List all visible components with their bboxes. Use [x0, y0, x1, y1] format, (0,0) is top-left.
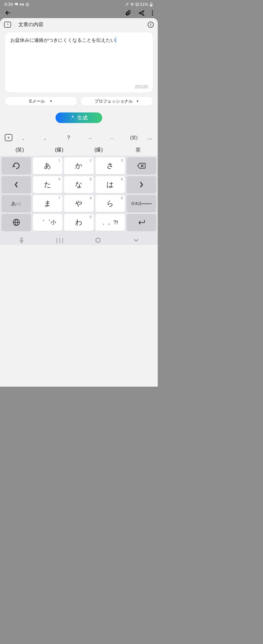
kana-key[interactable]: ま7 [33, 195, 63, 212]
enter-key[interactable] [127, 214, 156, 231]
svg-rect-10 [150, 5, 152, 6]
undo-key[interactable] [2, 157, 31, 174]
block-icon [135, 3, 139, 7]
kana-key[interactable]: あ1 [33, 157, 63, 174]
punct-key[interactable]: ... [79, 135, 101, 140]
battery-icon [149, 3, 153, 7]
more-icon[interactable] [152, 10, 153, 17]
status-bar: 6:39 51% [0, 0, 158, 9]
keyboard-mode-icon[interactable]: ⠿ [4, 22, 11, 28]
svg-point-11 [152, 11, 153, 12]
type-dropdown[interactable]: Eメール ▼ [5, 96, 77, 106]
tone-dropdown[interactable]: プロフェッショナル ▼ [80, 96, 153, 106]
globe-key[interactable] [2, 214, 31, 231]
divider [15, 22, 15, 27]
face-icon [25, 3, 29, 7]
nav-bar: | | | [0, 235, 158, 245]
svg-line-7 [136, 4, 138, 6]
home-button[interactable] [79, 237, 117, 243]
wifi-icon [130, 3, 134, 7]
page-title: 文章の内容 [18, 21, 144, 28]
svg-rect-9 [151, 3, 151, 3]
vibrate-icon [125, 3, 129, 7]
punct-key[interactable]: (笑) [123, 135, 145, 141]
punct-key[interactable]: 。 [36, 134, 58, 141]
status-time: 6:39 [5, 2, 13, 7]
left-key[interactable] [2, 176, 31, 193]
punct-key[interactable]: … [145, 134, 155, 141]
attach-icon[interactable] [125, 10, 131, 17]
app-bar [0, 9, 158, 18]
sparkle-icon [70, 115, 75, 121]
punct-key[interactable]: ... [101, 135, 123, 140]
input-textarea[interactable]: お盆休みに連絡がつきにくくなることを伝えたい 22/125 [5, 32, 153, 93]
candidate[interactable]: 笑 [118, 146, 158, 153]
candidate-row: (笑) (爆) (爆) 笑 [0, 144, 158, 156]
lang-key[interactable]: 日本語 [127, 195, 156, 212]
back-button[interactable] [5, 10, 11, 18]
dakuten-key[interactable]: ゛゜小 [33, 214, 63, 231]
char-count: 22/125 [135, 85, 148, 90]
svg-point-3 [27, 4, 27, 4]
backspace-key[interactable] [127, 157, 156, 174]
mic-icon[interactable] [3, 237, 41, 243]
compose-overlay: ⠿ 文章の内容 ! お盆休みに連絡がつきにくくなることを伝えたい 22/125 … [0, 18, 158, 387]
kana-key[interactable]: や8 [64, 195, 94, 212]
right-key[interactable] [127, 176, 156, 193]
punct-key[interactable]: 、。?! [95, 214, 125, 231]
hide-keyboard-button[interactable] [3, 134, 14, 141]
kana-key[interactable]: な5 [64, 176, 94, 193]
kana-key[interactable]: さ3 [95, 157, 125, 174]
tone-label: プロフェッショナル [94, 98, 133, 104]
chevron-down-icon: ▼ [136, 99, 139, 103]
punct-key[interactable]: 、 [14, 134, 36, 141]
recents-button[interactable]: | | | [41, 237, 79, 244]
svg-point-1 [16, 4, 16, 5]
generate-button[interactable]: 生成 [56, 112, 102, 123]
text-cursor [116, 37, 116, 43]
candidate[interactable]: (爆) [79, 146, 118, 153]
input-text-content: お盆休みに連絡がつきにくくなることを伝えたい [10, 37, 115, 43]
keyboard-main: あ1 か2 さ3 た4 な5 は6 あa1 ま7 や8 ら9 日本語 [0, 156, 158, 235]
kana-key[interactable]: か2 [64, 157, 94, 174]
punct-key[interactable]: ？ [58, 134, 79, 141]
back-nav-button[interactable] [117, 238, 155, 242]
kana-key[interactable]: は6 [95, 176, 125, 193]
mode-key[interactable]: あa1 [2, 195, 31, 212]
svg-point-13 [152, 15, 153, 16]
keyboard-top-row: 、 。 ？ ... ... (笑) … [0, 132, 158, 144]
svg-point-2 [26, 3, 29, 6]
svg-point-4 [28, 4, 28, 4]
photo-icon [14, 3, 18, 7]
candidate[interactable]: (爆) [39, 146, 79, 153]
kana-key[interactable]: た4 [33, 176, 63, 193]
candidate[interactable]: (笑) [0, 146, 39, 153]
kana-key[interactable]: ら9 [95, 195, 125, 212]
info-icon[interactable]: ! [148, 22, 154, 28]
kana-key[interactable]: わ0 [64, 214, 94, 231]
gmail-icon [20, 3, 24, 7]
svg-rect-17 [96, 238, 100, 242]
battery-percent: 51% [140, 2, 148, 7]
svg-point-12 [152, 13, 153, 14]
chevron-down-icon: ▼ [49, 99, 53, 103]
send-icon[interactable] [138, 10, 145, 17]
generate-label: 生成 [77, 114, 88, 121]
svg-rect-16 [21, 238, 22, 241]
type-label: Eメール [29, 98, 45, 104]
